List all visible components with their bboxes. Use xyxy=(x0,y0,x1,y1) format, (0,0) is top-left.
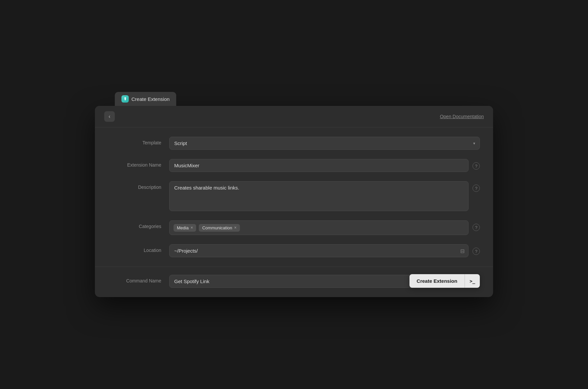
template-label: Template xyxy=(108,137,161,145)
extension-name-input[interactable] xyxy=(169,159,469,172)
template-control: Script Simple No View ▾ xyxy=(169,137,480,150)
app-window: ⬆ Create Extension ‹ Open Documentation … xyxy=(95,92,493,297)
extension-name-label: Extension Name xyxy=(108,159,161,168)
window-title: Create Extension xyxy=(131,96,170,102)
extension-name-help-icon[interactable]: ? xyxy=(473,162,480,170)
chevron-left-icon: ‹ xyxy=(109,114,110,119)
template-row: Template Script Simple No View ▾ xyxy=(108,137,480,150)
categories-label: Categories xyxy=(108,220,161,229)
location-control: ⊟ ? xyxy=(169,244,480,257)
title-bar: ⬆ Create Extension xyxy=(115,92,176,106)
location-label: Location xyxy=(108,244,161,253)
command-name-label: Command Name xyxy=(108,275,161,283)
description-row: Description Creates sharable music links… xyxy=(108,181,480,211)
back-button[interactable]: ‹ xyxy=(104,111,115,122)
main-window: ‹ Open Documentation Template Script Sim… xyxy=(95,106,493,297)
create-extension-button-group: Create Extension >_ xyxy=(409,274,480,288)
extension-name-row: Extension Name ? xyxy=(108,159,480,172)
description-label: Description xyxy=(108,181,161,190)
create-extension-terminal-button[interactable]: >_ xyxy=(465,274,480,288)
categories-control: Media × Communication × ? xyxy=(169,220,480,235)
location-wrap: ⊟ xyxy=(169,244,469,257)
window-header: ‹ Open Documentation xyxy=(95,106,493,127)
location-input[interactable] xyxy=(169,244,469,257)
description-control: Creates sharable music links. ? xyxy=(169,181,480,211)
category-tag-communication-label: Communication xyxy=(202,225,232,230)
form-section: Template Script Simple No View ▾ Extensi… xyxy=(95,127,493,267)
bottom-section: Command Name ? Create Extension >_ xyxy=(95,267,493,297)
category-tag-media-remove[interactable]: × xyxy=(190,226,193,230)
create-extension-button[interactable]: Create Extension xyxy=(409,274,465,288)
template-select[interactable]: Script Simple No View xyxy=(169,137,480,150)
open-documentation-link[interactable]: Open Documentation xyxy=(440,114,484,119)
template-select-wrap: Script Simple No View ▾ xyxy=(169,137,480,150)
extension-name-control: ? xyxy=(169,159,480,172)
category-tag-communication: Communication × xyxy=(199,224,240,232)
location-row: Location ⊟ ? xyxy=(108,244,480,257)
description-help-icon[interactable]: ? xyxy=(473,185,480,192)
category-tag-media: Media × xyxy=(174,224,196,232)
category-tag-media-label: Media xyxy=(177,225,188,230)
category-tag-communication-remove[interactable]: × xyxy=(234,226,237,230)
categories-field[interactable]: Media × Communication × xyxy=(169,220,469,235)
categories-help-icon[interactable]: ? xyxy=(473,224,480,231)
categories-row: Categories Media × Communication × ? xyxy=(108,220,480,235)
location-help-icon[interactable]: ? xyxy=(473,248,480,255)
description-textarea[interactable]: Creates sharable music links. xyxy=(169,181,469,211)
app-icon: ⬆ xyxy=(121,95,129,103)
